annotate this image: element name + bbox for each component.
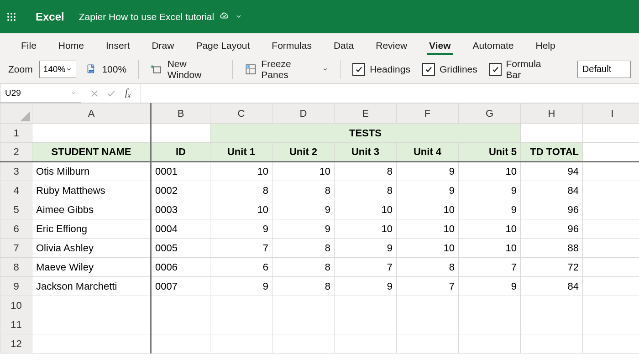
sheet-view-mode[interactable]: Default bbox=[577, 61, 631, 78]
cell-F9[interactable]: 7 bbox=[397, 277, 459, 296]
cell-B12[interactable] bbox=[151, 334, 210, 354]
app-name[interactable]: Excel bbox=[36, 10, 64, 23]
cell-D6[interactable]: 9 bbox=[272, 219, 335, 239]
cell-B1[interactable] bbox=[151, 124, 210, 143]
cell-A8[interactable]: Maeve Wiley bbox=[32, 258, 151, 277]
cell-F11[interactable] bbox=[397, 315, 459, 334]
formula-bar-toggle[interactable]: Formula Bar bbox=[487, 61, 559, 78]
cell-I2[interactable] bbox=[583, 143, 639, 162]
headings-toggle[interactable]: Headings bbox=[350, 61, 413, 78]
cell-I1[interactable] bbox=[583, 124, 639, 143]
cell-C1-G1-merged[interactable]: TESTS bbox=[210, 124, 521, 143]
tab-automate[interactable]: Automate bbox=[462, 36, 525, 55]
cell-A12[interactable] bbox=[32, 334, 151, 354]
tab-data[interactable]: Data bbox=[323, 36, 365, 55]
cell-B7[interactable]: 0005 bbox=[151, 239, 210, 258]
cell-B4[interactable]: 0002 bbox=[151, 181, 210, 200]
cell-H1[interactable] bbox=[521, 124, 583, 143]
cell-E4[interactable]: 8 bbox=[335, 181, 397, 200]
row-header-4[interactable]: 4 bbox=[0, 181, 32, 200]
col-header-A[interactable]: A bbox=[32, 104, 151, 124]
cell-H3[interactable]: 94 bbox=[521, 162, 583, 181]
cell-C8[interactable]: 6 bbox=[210, 258, 272, 277]
cell-F2[interactable]: Unit 4 bbox=[397, 143, 459, 162]
cell-H5[interactable]: 96 bbox=[521, 200, 583, 219]
cell-A5[interactable]: Aimee Gibbs bbox=[32, 200, 151, 219]
col-header-B[interactable]: B bbox=[151, 104, 210, 124]
cell-F4[interactable]: 9 bbox=[397, 181, 459, 200]
accept-formula-button[interactable] bbox=[106, 88, 116, 99]
row-header-9[interactable]: 9 bbox=[0, 277, 32, 296]
cell-E12[interactable] bbox=[335, 334, 397, 354]
cell-C9[interactable]: 9 bbox=[210, 277, 272, 296]
cell-A7[interactable]: Olivia Ashley bbox=[32, 239, 151, 258]
cell-D10[interactable] bbox=[272, 296, 335, 315]
cell-C5[interactable]: 10 bbox=[210, 200, 272, 219]
cell-D2[interactable]: Unit 2 bbox=[272, 143, 335, 162]
row-header-7[interactable]: 7 bbox=[0, 239, 32, 258]
cell-A3[interactable]: Otis Milburn bbox=[32, 162, 151, 181]
cell-E2[interactable]: Unit 3 bbox=[335, 143, 397, 162]
cell-G3[interactable]: 10 bbox=[459, 162, 521, 181]
cell-A9[interactable]: Jackson Marchetti bbox=[32, 277, 151, 296]
col-header-D[interactable]: D bbox=[272, 104, 335, 124]
cell-E11[interactable] bbox=[335, 315, 397, 334]
cell-B2[interactable]: ID bbox=[151, 143, 210, 162]
name-box[interactable]: U29 bbox=[0, 84, 81, 103]
cell-E8[interactable]: 7 bbox=[335, 258, 397, 277]
cell-G8[interactable]: 7 bbox=[459, 258, 521, 277]
cell-H10[interactable] bbox=[521, 296, 583, 315]
cell-G6[interactable]: 10 bbox=[459, 219, 521, 239]
cell-F12[interactable] bbox=[397, 334, 459, 354]
cell-D9[interactable]: 8 bbox=[272, 277, 335, 296]
zoom-100-button[interactable]: 100 100% bbox=[83, 61, 129, 78]
tab-home[interactable]: Home bbox=[47, 36, 95, 55]
cell-E10[interactable] bbox=[335, 296, 397, 315]
spreadsheet-grid[interactable]: A B C D E F G H I 1 TESTS 2 STUDENT NAME… bbox=[0, 103, 639, 354]
cell-G9[interactable]: 9 bbox=[459, 277, 521, 296]
cell-I7[interactable] bbox=[583, 239, 639, 258]
col-header-E[interactable]: E bbox=[335, 104, 397, 124]
cell-E5[interactable]: 10 bbox=[335, 200, 397, 219]
col-header-F[interactable]: F bbox=[397, 104, 459, 124]
cell-G12[interactable] bbox=[459, 334, 521, 354]
tab-insert[interactable]: Insert bbox=[95, 36, 141, 55]
cell-B8[interactable]: 0006 bbox=[151, 258, 210, 277]
cell-G11[interactable] bbox=[459, 315, 521, 334]
fx-icon[interactable]: fx bbox=[125, 87, 131, 99]
row-header-1[interactable]: 1 bbox=[0, 124, 32, 143]
cell-D8[interactable]: 8 bbox=[272, 258, 335, 277]
cell-A2[interactable]: STUDENT NAME bbox=[32, 143, 151, 162]
cell-I5[interactable] bbox=[583, 200, 639, 219]
cell-H9[interactable]: 84 bbox=[521, 277, 583, 296]
formula-input[interactable] bbox=[141, 84, 639, 103]
cell-B6[interactable]: 0004 bbox=[151, 219, 210, 239]
gridlines-toggle[interactable]: Gridlines bbox=[419, 61, 480, 78]
tab-file[interactable]: File bbox=[10, 36, 47, 55]
col-header-G[interactable]: G bbox=[459, 104, 521, 124]
cancel-formula-button[interactable] bbox=[89, 88, 100, 99]
row-header-12[interactable]: 12 bbox=[0, 334, 32, 354]
cell-F8[interactable]: 8 bbox=[397, 258, 459, 277]
cell-I6[interactable] bbox=[583, 219, 639, 239]
cell-E3[interactable]: 8 bbox=[335, 162, 397, 181]
cell-C3[interactable]: 10 bbox=[210, 162, 272, 181]
cell-D5[interactable]: 9 bbox=[272, 200, 335, 219]
cell-F7[interactable]: 10 bbox=[397, 239, 459, 258]
cell-G7[interactable]: 10 bbox=[459, 239, 521, 258]
row-header-8[interactable]: 8 bbox=[0, 258, 32, 277]
cell-G2[interactable]: Unit 5 bbox=[459, 143, 521, 162]
cell-C12[interactable] bbox=[210, 334, 272, 354]
cell-B3[interactable]: 0001 bbox=[151, 162, 210, 181]
cell-I4[interactable] bbox=[583, 181, 639, 200]
row-header-6[interactable]: 6 bbox=[0, 219, 32, 239]
cell-I12[interactable] bbox=[583, 334, 639, 354]
tab-formulas[interactable]: Formulas bbox=[261, 36, 323, 55]
cell-A11[interactable] bbox=[32, 315, 151, 334]
cell-A10[interactable] bbox=[32, 296, 151, 315]
cell-A6[interactable]: Eric Effiong bbox=[32, 219, 151, 239]
cell-I9[interactable] bbox=[583, 277, 639, 296]
row-header-2[interactable]: 2 bbox=[0, 143, 32, 162]
cell-F6[interactable]: 10 bbox=[397, 219, 459, 239]
cell-F3[interactable]: 9 bbox=[397, 162, 459, 181]
